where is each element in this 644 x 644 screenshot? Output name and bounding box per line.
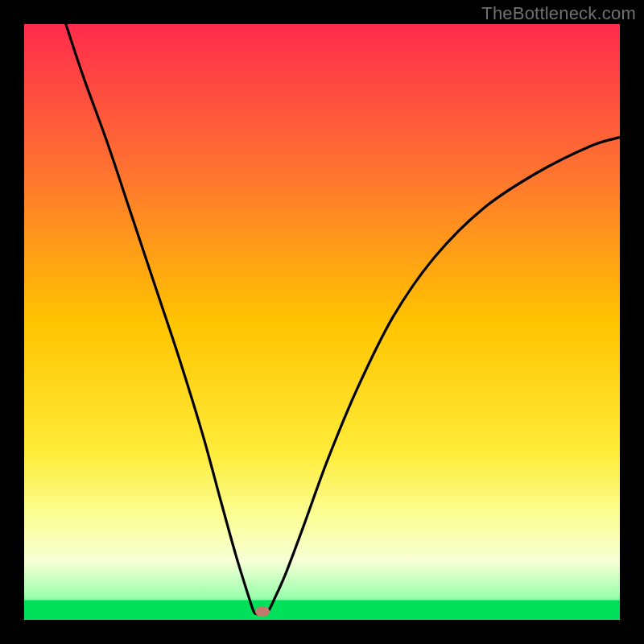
green-band — [24, 601, 620, 620]
chart-frame: TheBottleneck.com — [0, 0, 644, 644]
watermark-text: TheBottleneck.com — [481, 3, 636, 24]
optimal-point-marker — [255, 606, 270, 617]
plot-area — [24, 24, 620, 620]
gradient-background — [24, 24, 620, 620]
bottleneck-chart — [24, 24, 620, 620]
